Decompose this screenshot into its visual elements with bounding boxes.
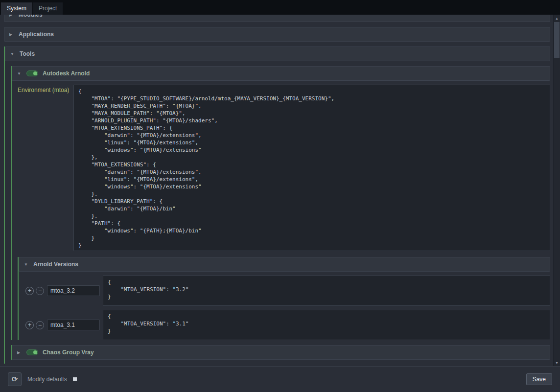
- group-chaos-vray-header[interactable]: ▶ Chaos Group Vray: [12, 345, 550, 360]
- arnold-versions-body: + − { "MTOA_VERSION": "3.2" } + −: [19, 272, 550, 340]
- version-json-editor[interactable]: { "MTOA_VERSION": "3.2" }: [103, 276, 550, 306]
- environment-field-row: Environment (mtoa) { "MTOA": "{PYPE_STUD…: [18, 85, 550, 251]
- scroll-up-arrow[interactable]: ▲: [554, 15, 560, 22]
- section-modules: ▶ Modules: [4, 15, 550, 22]
- chevron-right-icon[interactable]: ▶: [9, 32, 14, 37]
- environment-json-editor[interactable]: { "MTOA": "{PYPE_STUDIO_SOFTWARE}/arnold…: [73, 85, 550, 251]
- chevron-right-icon[interactable]: ▶: [9, 15, 14, 17]
- scroll-down-arrow[interactable]: ▼: [554, 359, 560, 366]
- refresh-icon: ⟳: [12, 375, 18, 383]
- modify-defaults-label: Modify defaults: [27, 376, 67, 383]
- group-arnold-versions: ▼ Arnold Versions + − {: [18, 257, 550, 340]
- save-button[interactable]: Save: [526, 373, 552, 385]
- chevron-down-icon[interactable]: ▼: [17, 71, 22, 76]
- scrollbar-thumb[interactable]: [554, 22, 560, 58]
- settings-content: ▶ Modules ▶ Applications ▼ Tools: [0, 15, 560, 366]
- group-autodesk-arnold-header[interactable]: ▼ Autodesk Arnold: [12, 66, 550, 81]
- remove-version-button[interactable]: −: [36, 287, 44, 295]
- tab-system[interactable]: System: [1, 2, 32, 15]
- chevron-down-icon[interactable]: ▼: [24, 262, 29, 267]
- section-tools-header[interactable]: ▼ Tools: [5, 46, 550, 61]
- remove-version-button[interactable]: −: [36, 321, 44, 329]
- toggle-knob-icon: [33, 71, 37, 75]
- add-version-button[interactable]: +: [25, 287, 34, 295]
- group-autodesk-arnold-body: Environment (mtoa) { "MTOA": "{PYPE_STUD…: [12, 81, 550, 340]
- vertical-scrollbar[interactable]: ▲ ▼: [553, 15, 560, 366]
- settings-scroll-area: ▶ Modules ▶ Applications ▼ Tools: [0, 15, 553, 366]
- footer-bar: ⟳ Modify defaults Save: [0, 366, 560, 392]
- tab-bar: System Project: [0, 0, 560, 15]
- group-chaos-vray-title: Chaos Group Vray: [43, 349, 94, 356]
- chevron-right-icon[interactable]: ▶: [17, 350, 22, 355]
- version-json-editor[interactable]: { "MTOA_VERSION": "3.1" }: [103, 310, 550, 340]
- group-arnold-versions-header[interactable]: ▼ Arnold Versions: [19, 257, 550, 272]
- refresh-button[interactable]: ⟳: [8, 372, 22, 386]
- section-applications: ▶ Applications: [4, 27, 550, 42]
- modify-defaults-checkbox[interactable]: [73, 377, 77, 381]
- version-key-input[interactable]: [47, 320, 100, 330]
- section-applications-header[interactable]: ▶ Applications: [4, 27, 550, 42]
- arnold-enabled-toggle[interactable]: [26, 70, 38, 76]
- add-version-button[interactable]: +: [25, 321, 34, 329]
- section-tools: ▼ Tools ▼ Autodesk Arnold: [4, 46, 550, 364]
- version-item: + − { "MTOA_VERSION": "3.1" }: [25, 310, 550, 340]
- settings-window: System Project ▶ Modules ▶ Applications: [0, 0, 560, 392]
- vray-enabled-toggle[interactable]: [26, 349, 38, 355]
- environment-label: Environment (mtoa): [18, 85, 73, 251]
- section-applications-title: Applications: [19, 31, 54, 38]
- group-autodesk-arnold-title: Autodesk Arnold: [43, 70, 90, 77]
- group-chaos-vray: ▶ Chaos Group Vray: [11, 345, 550, 360]
- tab-project[interactable]: Project: [33, 2, 63, 15]
- version-item: + − { "MTOA_VERSION": "3.2" }: [25, 276, 550, 306]
- chevron-down-icon[interactable]: ▼: [10, 52, 15, 56]
- version-key-input[interactable]: [47, 285, 100, 296]
- section-tools-body: ▼ Autodesk Arnold Environment (mtoa) { "…: [5, 61, 550, 364]
- section-modules-title: Modules: [19, 15, 43, 18]
- toggle-knob-icon: [33, 350, 37, 354]
- section-modules-header[interactable]: ▶ Modules: [4, 15, 550, 22]
- group-arnold-versions-title: Arnold Versions: [33, 261, 78, 268]
- group-autodesk-arnold: ▼ Autodesk Arnold Environment (mtoa) { "…: [11, 66, 550, 340]
- section-tools-title: Tools: [20, 50, 35, 57]
